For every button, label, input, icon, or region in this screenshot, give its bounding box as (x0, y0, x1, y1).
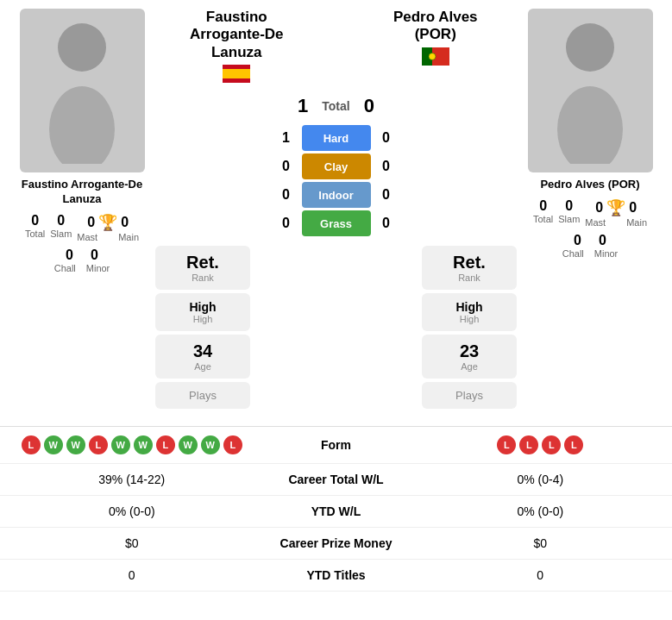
right-form-badge-L1: L (497, 435, 516, 454)
left-player-avatar (20, 9, 145, 172)
left-age-value: 34 (164, 341, 242, 361)
left-plays-box: Plays (155, 382, 250, 409)
career-total-right: 0% (0-4) (423, 473, 659, 486)
right-player-area: Pedro Alves (POR) 0 Total 0 Slam 0 🏆 0 (517, 9, 663, 409)
right-minor-value: 0 (599, 233, 606, 248)
form-label: Form (250, 438, 423, 452)
left-minor-label: Minor (86, 263, 110, 273)
indoor-left-score: 0 (278, 187, 295, 203)
right-rank-label: Rank (430, 272, 508, 283)
right-form-badge-L2: L (519, 435, 538, 454)
right-minor-label: Minor (594, 248, 619, 259)
grass-right-score: 0 (378, 216, 395, 231)
right-plays-value: Plays (430, 389, 508, 402)
ytd-wl-row: 0% (0-0) YTD W/L 0% (0-0) (0, 496, 672, 528)
total-label: Total (322, 99, 349, 113)
comparison-section: Faustino Arrogante-De Lanuza 0 Total 0 S… (0, 0, 672, 417)
right-mast-stat: 0 🏆 0 Mast Main (582, 196, 650, 230)
hard-left-score: 1 (278, 130, 295, 146)
left-total-value: 0 (31, 213, 39, 229)
left-player-area: Faustino Arrogante-De Lanuza 0 Total 0 S… (9, 9, 155, 409)
ytd-titles-left: 0 (14, 568, 250, 582)
left-flag (155, 65, 318, 86)
right-form-badges: L L L L (423, 435, 659, 454)
form-badge-W4: W (134, 435, 153, 454)
right-chall-label: Chall (562, 248, 584, 259)
career-total-left: 39% (14-22) (14, 473, 250, 486)
right-rank-box: Ret. Rank (422, 246, 517, 290)
left-rank-value: Ret. (164, 253, 242, 272)
center-right-name: Pedro Alves(POR) (354, 9, 517, 44)
right-total-label: Total (533, 214, 553, 224)
right-mast-value: 0 (595, 200, 603, 216)
surface-indoor-row: 0 Indoor 0 (155, 182, 517, 208)
prize-money-right: $0 (423, 536, 659, 550)
grass-badge: Grass (302, 210, 371, 236)
surface-hard-row: 1 Hard 0 (155, 125, 517, 151)
left-main-label: Main (118, 232, 139, 242)
right-rank-value: Ret. (430, 253, 508, 272)
total-row: 1 Total 0 (298, 95, 374, 117)
form-badge-W5: W (179, 435, 198, 454)
right-form-badge-L4: L (564, 435, 583, 454)
left-slam-value: 0 (57, 213, 65, 229)
svg-point-0 (58, 23, 106, 72)
right-total-value: 0 (539, 198, 547, 214)
career-total-row: 39% (14-22) Career Total W/L 0% (0-4) (0, 464, 672, 496)
grass-left-score: 0 (278, 216, 295, 231)
right-high-box: High High (422, 293, 517, 331)
right-high-value: High (430, 300, 508, 314)
career-total-label: Career Total W/L (250, 473, 423, 486)
form-badge-L1: L (22, 435, 41, 454)
form-badge-L3: L (156, 435, 175, 454)
left-slam-label: Slam (50, 229, 72, 239)
form-badge-W3: W (111, 435, 130, 454)
svg-point-6 (429, 53, 436, 59)
form-badge-L4: L (223, 435, 242, 454)
left-center-stat-boxes: Ret. Rank High High 34 Age Plays (155, 246, 250, 409)
right-player-name: Pedro Alves (POR) (540, 178, 639, 192)
left-total-stat: 0 Total (22, 210, 47, 245)
left-age-label: Age (164, 361, 242, 372)
bottom-section: L W W L W W L W W L Form L L L L (0, 426, 672, 592)
form-badge-W1: W (44, 435, 63, 454)
left-player-stats: 0 Total 0 Slam 0 🏆 0 Mast Main (13, 210, 151, 276)
prize-money-label: Career Prize Money (250, 536, 423, 550)
left-chall-value: 0 (66, 247, 73, 263)
left-slam-stat: 0 Slam (47, 210, 74, 245)
left-main-value: 0 (121, 215, 129, 230)
right-age-box: 23 Age (422, 335, 517, 379)
left-rank-label: Rank (164, 272, 242, 283)
left-mast-label: Mast (77, 232, 97, 242)
form-badge-W2: W (66, 435, 85, 454)
left-age-box: 34 Age (155, 335, 250, 379)
ytd-wl-label: YTD W/L (250, 504, 423, 518)
left-total-label: Total (25, 229, 45, 239)
right-main-label: Main (626, 217, 647, 228)
surface-rows: 1 Hard 0 0 Clay 0 0 Indoor 0 0 Grass (155, 122, 517, 239)
left-chall-stat: 0 0 Chall Minor (52, 245, 113, 276)
left-mast-value: 0 (87, 215, 95, 230)
prize-money-left: $0 (14, 536, 250, 550)
left-form: L W W L W W L W W L (14, 435, 250, 454)
clay-left-score: 0 (278, 159, 295, 174)
left-player-name: Faustino Arrogante-De Lanuza (9, 178, 155, 207)
ytd-titles-label: YTD Titles (250, 568, 423, 582)
form-badge-L2: L (89, 435, 108, 454)
indoor-right-score: 0 (378, 187, 395, 203)
form-badge-W6: W (201, 435, 220, 454)
right-plays-box: Plays (422, 382, 517, 409)
center-left-name: FaustinoArrogante-DeLanuza (155, 9, 318, 61)
svg-point-1 (49, 86, 115, 164)
indoor-badge: Indoor (302, 182, 371, 208)
main-container: Faustino Arrogante-De Lanuza 0 Total 0 S… (0, 0, 672, 592)
right-total-stat: 0 Total (531, 196, 556, 230)
right-player-stats: 0 Total 0 Slam 0 🏆 0 Mast Main (521, 196, 659, 261)
hard-badge: Hard (302, 125, 371, 151)
right-form-badge-L3: L (542, 435, 561, 454)
prize-money-row: $0 Career Prize Money $0 (0, 528, 672, 560)
right-slam-value: 0 (565, 198, 573, 214)
right-age-value: 23 (430, 341, 508, 361)
surface-clay-row: 0 Clay 0 (155, 153, 517, 179)
center-stat-boxes: Ret. Rank High High 34 Age Plays (155, 246, 517, 409)
